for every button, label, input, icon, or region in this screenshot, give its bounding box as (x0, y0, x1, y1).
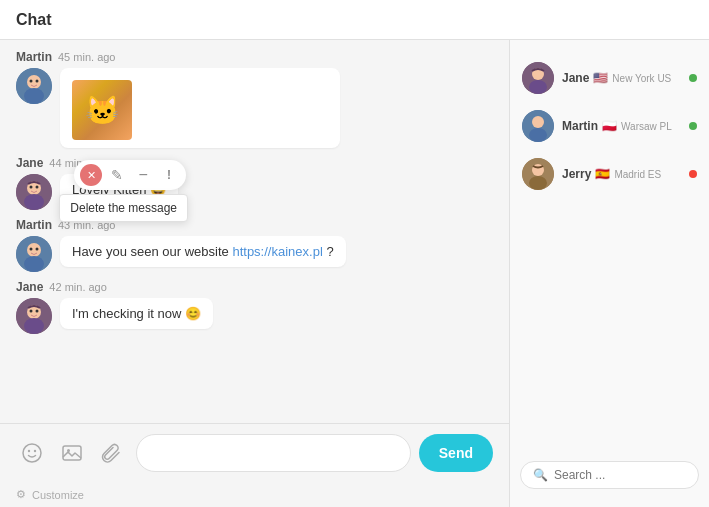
messages-area: Martin 45 min. ago (0, 40, 509, 423)
user-info-jerry: Jerry 🇪🇸 Madrid ES (562, 167, 681, 181)
send-button[interactable]: Send (419, 434, 493, 472)
title-bar: Chat (0, 0, 709, 40)
search-input[interactable] (554, 468, 686, 482)
user-item-jerry[interactable]: Jerry 🇪🇸 Madrid ES (510, 150, 709, 198)
chat-panel: Martin 45 min. ago (0, 40, 509, 507)
message-meta-4: Jane 42 min. ago (16, 280, 493, 294)
svg-point-30 (529, 128, 547, 142)
sidebar: Jane 🇺🇸 New York US (509, 40, 709, 507)
svg-point-13 (30, 248, 33, 251)
input-area: Send (0, 423, 509, 482)
message-time-1: 45 min. ago (58, 51, 115, 63)
search-box: 🔍 (520, 461, 699, 489)
user-name-row-martin: Martin 🇵🇱 Warsaw PL (562, 119, 681, 133)
svg-point-4 (36, 80, 39, 83)
svg-point-17 (24, 318, 44, 334)
svg-point-22 (34, 450, 36, 452)
svg-point-8 (30, 186, 33, 189)
main-area: Martin 45 min. ago (0, 40, 709, 507)
svg-point-29 (532, 116, 544, 128)
edit-button[interactable]: ✎ (106, 164, 128, 186)
svg-point-21 (28, 450, 30, 452)
message-input[interactable] (136, 434, 411, 472)
user-name-row-jane: Jane 🇺🇸 New York US (562, 71, 681, 85)
message-actions: ✕ ✎ − ! (74, 160, 186, 190)
sender-name-1: Martin (16, 50, 52, 64)
avatar-martin-sidebar (522, 110, 554, 142)
message-time-4: 42 min. ago (49, 281, 106, 293)
user-list: Jane 🇺🇸 New York US (510, 50, 709, 453)
emoji-button[interactable] (16, 437, 48, 469)
gear-icon: ⚙ (16, 488, 26, 501)
user-info-martin: Martin 🇵🇱 Warsaw PL (562, 119, 681, 133)
attach-button[interactable] (96, 437, 128, 469)
message-row-2: Lovely Kitten 😀 ✕ ✎ − ! Delete the messa… (16, 174, 493, 210)
sender-name-4: Jane (16, 280, 43, 294)
location-jerry: Madrid ES (614, 169, 661, 180)
svg-point-27 (529, 80, 547, 94)
message-group-1: Martin 45 min. ago (16, 50, 493, 148)
message-row-3: Have you seen our website https://kainex… (16, 236, 493, 272)
message-row-1: 🐱 (16, 68, 493, 148)
flag-jerry: 🇪🇸 (595, 167, 610, 181)
status-jerry (689, 170, 697, 178)
delete-button[interactable]: ✕ (80, 164, 102, 186)
message-content-3a: Have you seen our website (72, 244, 232, 259)
sender-name-3: Martin (16, 218, 52, 232)
sender-name-2: Jane (16, 156, 43, 170)
user-item-jane[interactable]: Jane 🇺🇸 New York US (510, 54, 709, 102)
image-button[interactable] (56, 437, 88, 469)
search-icon: 🔍 (533, 468, 548, 482)
message-group-3: Martin 43 min. ago (16, 218, 493, 272)
user-name-jane: Jane (562, 71, 589, 85)
user-item-martin[interactable]: Martin 🇵🇱 Warsaw PL (510, 102, 709, 150)
user-info-jane: Jane 🇺🇸 New York US (562, 71, 681, 85)
tooltip-text: Delete the message (70, 201, 177, 215)
svg-point-3 (30, 80, 33, 83)
avatar-martin-2 (16, 236, 52, 272)
message-content-4: I'm checking it now 😊 (72, 306, 201, 321)
avatar-jane-1 (16, 174, 52, 210)
report-button[interactable]: ! (158, 164, 180, 186)
avatar-jane-sidebar (522, 62, 554, 94)
svg-point-7 (24, 194, 44, 210)
app-container: Chat Martin 45 min. ago (0, 0, 709, 507)
delete-tooltip: Delete the message (59, 194, 188, 222)
app-title: Chat (16, 11, 52, 29)
svg-point-2 (24, 88, 44, 104)
location-jane: New York US (612, 73, 671, 84)
status-jane (689, 74, 697, 82)
message-meta-1: Martin 45 min. ago (16, 50, 493, 64)
customize-bar[interactable]: ⚙ Customize (0, 482, 509, 507)
svg-point-9 (36, 186, 39, 189)
remove-button[interactable]: − (132, 164, 154, 186)
status-martin (689, 122, 697, 130)
svg-point-20 (23, 444, 41, 462)
svg-point-19 (36, 310, 39, 313)
svg-point-14 (36, 248, 39, 251)
website-link[interactable]: https://kainex.pl (232, 244, 322, 259)
user-name-jerry: Jerry (562, 167, 591, 181)
cat-image: 🐱 (72, 80, 132, 140)
user-name-martin: Martin (562, 119, 598, 133)
message-bubble-1: 🐱 (60, 68, 340, 148)
message-group-4: Jane 42 min. ago (16, 280, 493, 334)
flag-jane: 🇺🇸 (593, 71, 608, 85)
avatar-jane-2 (16, 298, 52, 334)
send-label: Send (439, 445, 473, 461)
svg-point-33 (529, 176, 547, 190)
flag-martin: 🇵🇱 (602, 119, 617, 133)
svg-rect-23 (63, 446, 81, 460)
message-bubble-3: Have you seen our website https://kainex… (60, 236, 346, 267)
message-bubble-2: Lovely Kitten 😀 ✕ ✎ − ! Delete the messa… (60, 174, 178, 205)
message-content-3b: ? (326, 244, 333, 259)
svg-point-12 (24, 256, 44, 272)
avatar-martin-1 (16, 68, 52, 104)
message-bubble-4: I'm checking it now 😊 (60, 298, 213, 329)
location-martin: Warsaw PL (621, 121, 672, 132)
avatar-jerry-sidebar (522, 158, 554, 190)
message-group-2: Jane 44 min. ago (16, 156, 493, 210)
user-name-row-jerry: Jerry 🇪🇸 Madrid ES (562, 167, 681, 181)
svg-point-18 (30, 310, 33, 313)
message-row-4: I'm checking it now 😊 (16, 298, 493, 334)
